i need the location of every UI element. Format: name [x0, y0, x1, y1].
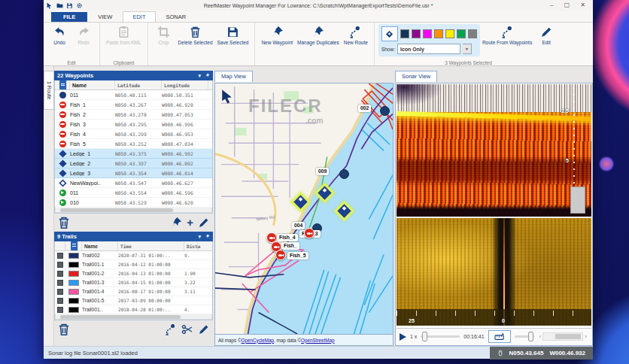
trail-row[interactable]: Trail001-32016-04-15 01:00:003.22: [55, 278, 212, 287]
waypoint-row[interactable]: 011N050.43.554W000.46.596: [55, 188, 212, 198]
waypoint-row[interactable]: Fish_4N050.43.299W000.46.953: [55, 129, 212, 139]
pin-panel-icon[interactable]: [205, 234, 210, 239]
trail-row[interactable]: Trail001..2018-04-28 01:00:..4.: [55, 305, 212, 314]
map-canvas[interactable]: FILECR .com Selsey Rd 002 009 004 Fish_3…: [214, 83, 394, 335]
trail-visibility-checkbox[interactable]: [57, 253, 63, 259]
tab-sonar[interactable]: SONAR: [157, 12, 196, 22]
undo-button[interactable]: Undo: [47, 24, 71, 47]
waypoint-row[interactable]: 010N050.43.529W000.46.620: [55, 198, 212, 208]
filter-icon[interactable]: [71, 241, 78, 250]
trail-visibility-checkbox[interactable]: [57, 307, 63, 313]
edit-trail-pencil-icon[interactable]: [198, 323, 210, 335]
open-file-icon[interactable]: [56, 2, 63, 9]
split-trail-scissors-icon[interactable]: [181, 323, 193, 335]
waypoint-row-selected[interactable]: Ledge_1N050.43.375W000.46.992: [55, 149, 212, 159]
trail-visibility-checkbox[interactable]: [57, 298, 63, 304]
color-swatch-magenta[interactable]: [423, 29, 432, 38]
delete-selected-button[interactable]: Delete Selected: [176, 24, 215, 47]
column-name[interactable]: Name: [70, 80, 115, 89]
scroll-left-icon[interactable]: ‹: [538, 333, 543, 340]
collapse-icon[interactable]: ▾: [198, 73, 201, 79]
waypoint-row[interactable]: NewWaypoi..N050.43.547W000.46.627: [55, 178, 212, 188]
trail-row[interactable]: Trail0022020-07-31 01:00:..9.: [55, 251, 212, 260]
new-waypoint-pin-icon[interactable]: [170, 217, 182, 229]
delete-trails-trash-icon[interactable]: [57, 323, 71, 336]
waypoint-marker-fish5[interactable]: [275, 250, 286, 260]
tab-view[interactable]: VIEW: [89, 12, 121, 22]
save-selected-button[interactable]: Save Selected: [215, 24, 251, 47]
waypoint-label-fish5[interactable]: Fish_5: [287, 252, 308, 259]
sidescan-view[interactable]: 25 0: [397, 218, 591, 326]
sonar-horizontal-scrollbar[interactable]: ‹ ›: [538, 332, 588, 341]
trail-visibility-checkbox[interactable]: [57, 271, 63, 277]
waypoint-row-selected[interactable]: Ledge_3N050.43.354W000.46.014: [55, 168, 212, 178]
waypoint-marker-fish3[interactable]: [304, 228, 314, 238]
waypoint-row-selected[interactable]: Ledge_2N050.43.397W000.46.092: [55, 159, 212, 168]
column-longitude[interactable]: Longitude: [162, 80, 208, 89]
trail-row[interactable]: Trail001-52017-03-09 00:00:00: [55, 296, 212, 305]
tab-file[interactable]: FILE: [51, 12, 87, 22]
waypoint-marker-009[interactable]: [339, 169, 349, 179]
waypoint-label-fish4[interactable]: Fish_4: [277, 234, 298, 241]
trail-visibility-checkbox[interactable]: [57, 289, 63, 295]
new-route-button[interactable]: New Route: [342, 24, 370, 47]
pin-panel-icon[interactable]: [205, 73, 210, 78]
color-swatch-purple[interactable]: [412, 29, 421, 38]
close-button[interactable]: ✕: [580, 0, 585, 11]
save-file-icon[interactable]: [66, 2, 73, 9]
edit-waypoint-pencil-icon[interactable]: [198, 217, 210, 229]
waypoint-symbol-button[interactable]: [381, 26, 398, 41]
waypoint-row[interactable]: Fish_5N050.43.252W000.47.034: [55, 139, 212, 149]
measure-tool-button[interactable]: [488, 330, 511, 343]
route-from-waypoints-button[interactable]: Route From Waypoints: [480, 24, 534, 47]
waypoint-label-fish-partial[interactable]: Fish_: [281, 242, 299, 250]
manage-duplicates-button[interactable]: Manage Duplicates: [295, 24, 342, 47]
trail-row[interactable]: Trail001-12016-04-12 01:00:00: [55, 260, 212, 269]
routes-side-tab[interactable]: 1 Route: [44, 71, 54, 110]
trail-row[interactable]: Trail001-42016-08-17 01:00:003.11: [55, 287, 212, 296]
column-distance[interactable]: Dista: [184, 241, 198, 250]
waypoint-label-004[interactable]: 004: [292, 222, 305, 229]
sonar-2d-view[interactable]: 2.5 5: [397, 84, 591, 217]
column-latitude[interactable]: Latitude: [115, 80, 162, 89]
column-time[interactable]: Time: [118, 241, 184, 250]
show-mode-dropdown[interactable]: Icon Only: [397, 44, 460, 54]
trail-visibility-checkbox[interactable]: [57, 280, 63, 286]
waypoint-label-009[interactable]: 009: [316, 168, 329, 175]
tab-sonar-view[interactable]: Sonar View: [395, 71, 437, 82]
trails-horizontal-scrollbar[interactable]: [55, 314, 212, 320]
maximize-button[interactable]: ▢: [564, 0, 570, 11]
trail-route-icon[interactable]: [165, 323, 177, 335]
scroll-right-icon[interactable]: ›: [583, 333, 588, 340]
tab-map-view[interactable]: Map View: [214, 71, 253, 82]
minimize-button[interactable]: –: [550, 0, 553, 11]
play-button[interactable]: [400, 333, 406, 341]
zoom-slider[interactable]: [515, 335, 534, 338]
openstreetmap-link[interactable]: OpenStreetMap: [301, 338, 334, 343]
column-name[interactable]: Name: [82, 241, 118, 250]
color-swatch-green[interactable]: [457, 29, 466, 38]
waypoint-row[interactable]: Fish_2N050.43.278W000.47.053: [55, 110, 212, 120]
opencyclemap-link[interactable]: OpenCycleMap: [242, 338, 274, 343]
sonar-scrollbar-thumb[interactable]: [570, 187, 585, 214]
dropdown-arrow-icon[interactable]: ▼: [463, 44, 472, 54]
waypoints-horizontal-scrollbar[interactable]: [55, 208, 212, 213]
waypoint-row[interactable]: Fish_1N050.43.267W000.46.920: [55, 100, 212, 110]
tab-edit[interactable]: EDIT: [123, 11, 155, 22]
trail-visibility-checkbox[interactable]: [57, 262, 63, 268]
color-swatch-yellow[interactable]: [445, 29, 454, 38]
trail-row[interactable]: Trail001-22016-04-13 01:00:001.90: [55, 269, 212, 278]
filter-icon[interactable]: [59, 80, 67, 89]
color-swatch-gray[interactable]: [468, 29, 477, 38]
waypoint-marker-002[interactable]: [380, 106, 390, 116]
waypoint-label-002[interactable]: 002: [358, 105, 371, 112]
color-swatch-orange[interactable]: [434, 29, 443, 38]
speed-slider[interactable]: [421, 335, 460, 338]
settings-gear-icon[interactable]: [76, 2, 83, 9]
delete-waypoints-trash-icon[interactable]: [57, 216, 71, 229]
collapse-icon[interactable]: ▾: [198, 234, 201, 240]
new-waypoint-button[interactable]: New Waypoint: [259, 24, 295, 47]
color-swatch-navy[interactable]: [400, 29, 409, 38]
waypoint-row[interactable]: Fish_3N050.43.295W000.46.996: [55, 120, 212, 129]
waypoint-row[interactable]: 011N050.48.115W000.50.351: [55, 90, 212, 100]
